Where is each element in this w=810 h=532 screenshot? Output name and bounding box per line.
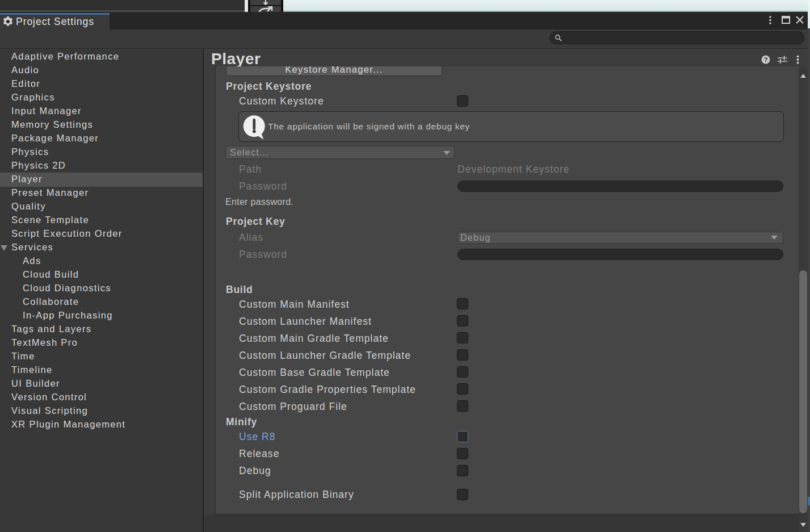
svg-text:?: ? [764, 56, 768, 63]
